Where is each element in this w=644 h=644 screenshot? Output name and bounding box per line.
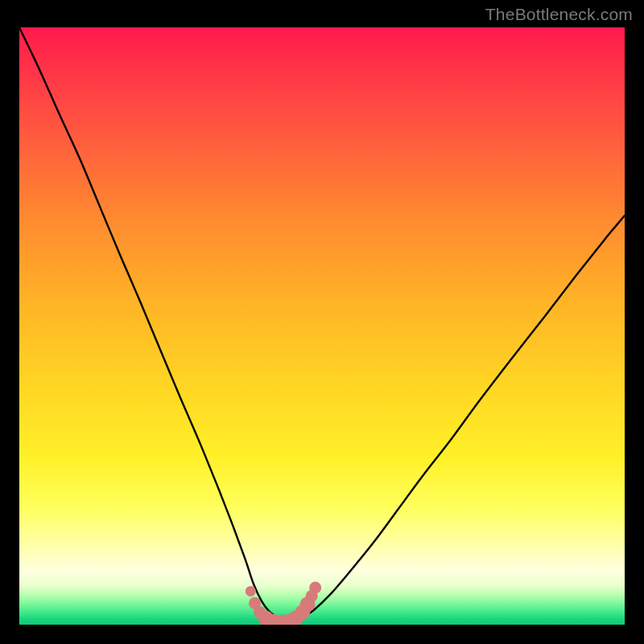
plot-area [19,27,625,625]
highlight-bottom-dots [246,582,321,625]
highlight-dot [309,582,321,594]
chart-svg [19,27,625,625]
bottleneck-curve-path [19,27,625,621]
chart-frame: TheBottleneck.com [0,0,644,644]
watermark-text: TheBottleneck.com [485,5,633,24]
highlight-dot [246,586,256,597]
